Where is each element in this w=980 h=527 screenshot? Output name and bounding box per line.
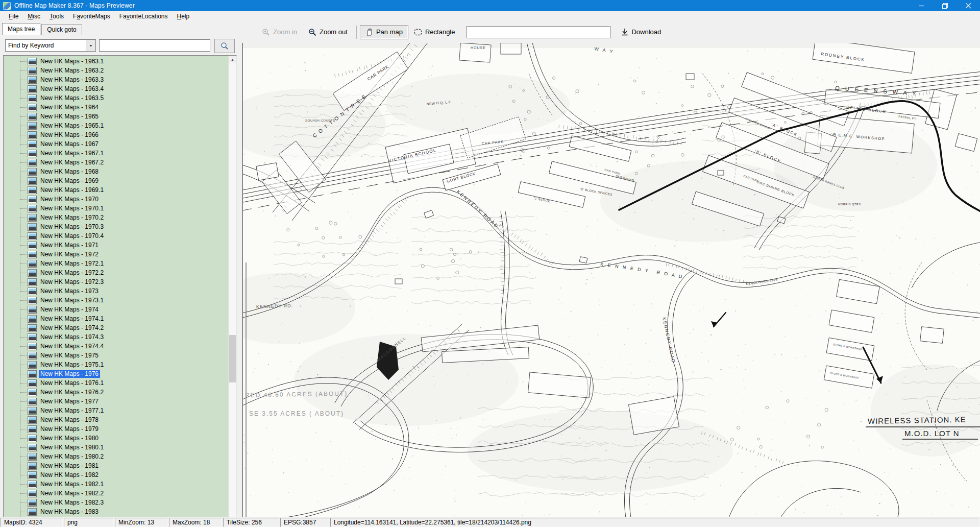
tree-item[interactable]: New HK Maps - 1966 <box>4 130 236 139</box>
tab-maps-tree[interactable]: Maps tree <box>2 23 40 35</box>
map-texture <box>801 486 802 487</box>
tree-item[interactable]: New HK Maps - 1982 <box>4 470 236 480</box>
tree-item[interactable]: New HK Maps - 1980 <box>4 434 236 443</box>
tree-item[interactable]: New HK Maps - 1983 <box>4 507 236 516</box>
map-texture <box>972 194 972 195</box>
map-texture <box>350 305 351 306</box>
tree-item[interactable]: New HK Maps - 1974.3 <box>4 332 236 342</box>
maps-tree-list[interactable]: New HK Maps - 1963.1New HK Maps - 1963.2… <box>3 55 237 527</box>
tree-item[interactable]: New HK Maps - 1967.1 <box>4 149 236 158</box>
map-texture <box>841 254 842 254</box>
map-texture <box>247 91 247 91</box>
tree-item[interactable]: New HK Maps - 1980.1 <box>4 443 236 452</box>
tree-item[interactable]: New HK Maps - 1969 <box>4 176 236 185</box>
pan-map-button[interactable]: Pan map <box>360 25 408 39</box>
tree-item[interactable]: New HK Maps - 1965 <box>4 112 236 121</box>
tree-item[interactable]: New HK Maps - 1963.2 <box>4 66 236 75</box>
menu-item-favoritelocations[interactable]: FavoriteLocations <box>115 12 173 20</box>
menu-item-file[interactable]: File <box>4 12 23 20</box>
tree-connector <box>20 429 27 429</box>
minimize-button[interactable] <box>910 0 933 11</box>
restore-button[interactable] <box>933 0 957 11</box>
map-texture <box>805 356 806 357</box>
tree-item[interactable]: New HK Maps - 1968 <box>4 167 236 176</box>
tree-item[interactable]: New HK Maps - 1977.1 <box>4 406 236 415</box>
menu-item-misc[interactable]: Misc <box>23 12 45 20</box>
map-texture <box>797 465 798 466</box>
menu-item-tools[interactable]: Tools <box>45 12 68 20</box>
tree-item[interactable]: New HK Maps - 1982.2 <box>4 489 236 498</box>
tree-item[interactable]: New HK Maps - 1970 <box>4 195 236 204</box>
tree-item[interactable]: New HK Maps - 1969.1 <box>4 185 236 195</box>
map-texture <box>299 343 300 344</box>
tree-item[interactable]: New HK Maps - 1965.1 <box>4 121 236 130</box>
tree-scrollbar[interactable]: ▲ ▼ <box>228 56 236 527</box>
map-texture <box>718 456 719 457</box>
tree-item[interactable]: New HK Maps - 1974.4 <box>4 342 236 351</box>
tree-item[interactable]: New HK Maps - 1963.3 <box>4 75 236 84</box>
tree-item[interactable]: New HK Maps - 1976.1 <box>4 378 236 388</box>
tree-item[interactable]: New HK Maps - 1973 <box>4 286 236 296</box>
close-button[interactable] <box>957 0 980 11</box>
keyword-input[interactable] <box>99 39 210 52</box>
map-texture <box>259 234 259 234</box>
find-mode-combobox[interactable]: Find by Keyword ▼ <box>5 39 96 52</box>
map-texture <box>383 438 383 438</box>
search-button[interactable] <box>214 39 235 53</box>
tree-item[interactable]: New HK Maps - 1972 <box>4 250 236 259</box>
menu-bar: FileMiscToolsFavoriteMapsFavoriteLocatio… <box>0 11 980 21</box>
map-texture <box>661 297 662 297</box>
tree-item[interactable]: New HK Maps - 1974.2 <box>4 323 236 332</box>
tree-item[interactable]: New HK Maps - 1970.1 <box>4 204 236 213</box>
map-thumbnail-icon <box>28 113 37 121</box>
rectangle-button[interactable]: Rectangle <box>408 25 461 39</box>
tree-item[interactable]: New HK Maps - 1970.3 <box>4 222 236 231</box>
tree-item[interactable]: New HK Maps - 1981 <box>4 461 236 470</box>
tree-item[interactable]: New HK Maps - 1978 <box>4 415 236 424</box>
map-canvas[interactable]: Q U E E N S W A YW A YRODNEY BLOCKC O T … <box>242 43 980 517</box>
download-button[interactable]: Download <box>616 25 667 39</box>
tree-item[interactable]: New HK Maps - 1972.2 <box>4 268 236 277</box>
scrollbar-thumb[interactable] <box>229 335 236 382</box>
tree-item[interactable]: New HK Maps - 1977 <box>4 397 236 406</box>
tab-quick-goto[interactable]: Quick goto <box>41 24 82 35</box>
tree-item[interactable]: New HK Maps - 1976.2 <box>4 388 236 397</box>
chevron-down-icon[interactable]: ▼ <box>86 40 95 51</box>
tree-item[interactable]: New HK Maps - 1967.2 <box>4 158 236 167</box>
zoom-out-button[interactable]: Zoom out <box>303 25 353 39</box>
tree-item[interactable]: New HK Maps - 1979 <box>4 424 236 434</box>
tree-item[interactable]: New HK Maps - 1982.1 <box>4 480 236 489</box>
tree-item[interactable]: New HK Maps - 1974.1 <box>4 314 236 323</box>
tree-item[interactable]: New HK Maps - 1974 <box>4 305 236 314</box>
tree-item[interactable]: New HK Maps - 1963.4 <box>4 84 236 93</box>
tree-item[interactable]: New HK Maps - 1963.1 <box>4 57 236 66</box>
tree-item[interactable]: New HK Maps - 1980.2 <box>4 452 236 461</box>
tree-item[interactable]: New HK Maps - 1972.1 <box>4 259 236 268</box>
scroll-up-icon[interactable]: ▲ <box>229 56 236 63</box>
tree-item[interactable]: New HK Maps - 1970.2 <box>4 213 236 222</box>
tree-item[interactable]: New HK Maps - 1982.3 <box>4 498 236 507</box>
menu-item-help[interactable]: Help <box>173 12 194 20</box>
tree-item[interactable]: New HK Maps - 1963.5 <box>4 93 236 103</box>
tree-item[interactable]: New HK Maps - 1976 <box>4 369 236 378</box>
tree-item[interactable]: New HK Maps - 1975.1 <box>4 360 236 369</box>
map-texture <box>523 164 524 165</box>
map-texture <box>890 367 891 367</box>
tree-item[interactable]: New HK Maps - 1964 <box>4 103 236 112</box>
map-texture <box>335 195 335 196</box>
tree-item[interactable]: New HK Maps - 1971 <box>4 241 236 250</box>
selection-input[interactable] <box>467 26 610 38</box>
tree-connector <box>20 420 27 420</box>
tree-item-label: New HK Maps - 1982 <box>39 471 100 479</box>
tree-item[interactable]: New HK Maps - 1972.3 <box>4 277 236 286</box>
map-texture <box>482 364 483 365</box>
map-texture <box>694 499 695 500</box>
tree-item[interactable]: New HK Maps - 1970.4 <box>4 231 236 241</box>
tree-item[interactable]: New HK Maps - 1973.1 <box>4 296 236 305</box>
zoom-in-button[interactable]: Zoom in <box>256 25 303 39</box>
tree-item[interactable]: New HK Maps - 1967 <box>4 139 236 149</box>
menu-item-favoritemaps[interactable]: FavoriteMaps <box>68 12 115 20</box>
map-thumbnail-icon <box>28 407 37 415</box>
map-texture <box>684 212 685 213</box>
tree-item[interactable]: New HK Maps - 1975 <box>4 351 236 360</box>
